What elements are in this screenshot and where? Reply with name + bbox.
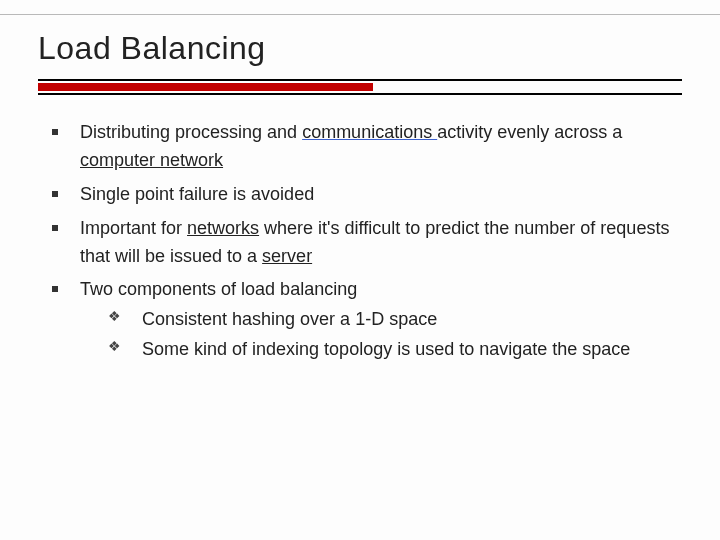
title-rule [38,79,682,95]
link-communications: communications [302,122,437,142]
link-server: server [262,246,312,266]
rule-bot [38,93,682,95]
bullet-1: Distributing processing and communicatio… [38,119,682,175]
text: activity evenly across a [437,122,622,142]
top-divider [0,14,720,15]
bullet-list: Distributing processing and communicatio… [38,119,682,364]
text: Two components of load balancing [80,279,357,299]
bullet-3: Important for networks where it's diffic… [38,215,682,271]
link-computer-network: computer network [80,150,223,170]
rule-top [38,79,682,81]
bullet-2: Single point failure is avoided [38,181,682,209]
link-networks: networks [187,218,259,238]
rule-red [38,83,373,91]
slide-title: Load Balancing [38,30,682,67]
sub-bullet-2: Some kind of indexing topology is used t… [80,336,682,364]
sub-bullet-1: Consistent hashing over a 1-D space [80,306,682,334]
text: Important for [80,218,187,238]
text: Distributing processing and [80,122,302,142]
slide: Load Balancing Distributing processing a… [0,0,720,540]
slide-body: Distributing processing and communicatio… [38,119,682,364]
bullet-4: Two components of load balancing Consist… [38,276,682,364]
sub-bullet-list: Consistent hashing over a 1-D space Some… [80,306,682,364]
